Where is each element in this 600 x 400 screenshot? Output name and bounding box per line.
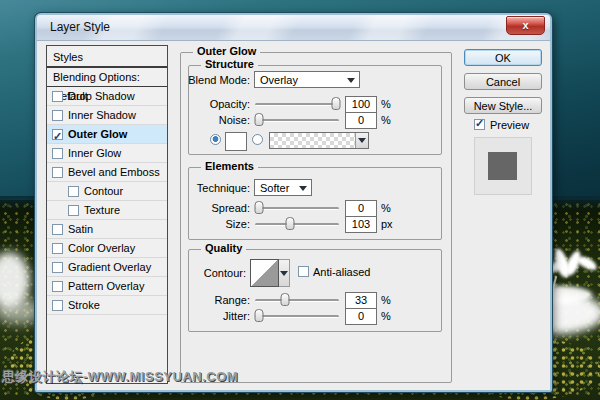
sidebar-item-pattern-overlay[interactable]: Pattern Overlay <box>47 277 167 296</box>
sidebar-item-inner-shadow[interactable]: Inner Shadow <box>47 106 167 125</box>
sidebar-item-bevel-and-emboss[interactable]: Bevel and Emboss <box>47 163 167 182</box>
style-item-label: Inner Shadow <box>68 106 136 124</box>
technique-dropdown[interactable]: Softer <box>254 179 312 196</box>
slider-track <box>255 223 339 226</box>
style-preview-thumbnail <box>474 137 532 195</box>
slider-track <box>255 119 339 122</box>
slider-track <box>255 207 339 210</box>
glow-gradient-radio[interactable] <box>252 134 263 145</box>
blend-mode-dropdown[interactable]: Overlay <box>254 71 360 88</box>
style-checkbox[interactable] <box>52 110 63 121</box>
sidebar-item-stroke[interactable]: Stroke <box>47 296 167 315</box>
opacity-slider[interactable] <box>255 97 339 110</box>
style-checkbox[interactable] <box>52 243 63 254</box>
slider-thumb[interactable] <box>255 113 264 126</box>
sidebar-item-drop-shadow[interactable]: Drop Shadow <box>47 87 167 106</box>
sidebar-item-color-overlay[interactable]: Color Overlay <box>47 239 167 258</box>
chevron-down-icon <box>347 78 355 87</box>
structure-title: Structure <box>201 58 258 70</box>
style-item-label: Contour <box>84 182 123 200</box>
slider-track <box>255 103 339 106</box>
sidebar-item-blending-options[interactable]: Blending Options: Default <box>47 68 167 87</box>
jitter-input[interactable]: 0 <box>345 308 377 325</box>
style-checkbox[interactable] <box>52 281 63 292</box>
spread-slider[interactable] <box>255 201 339 214</box>
spread-unit: % <box>381 202 391 214</box>
cancel-button[interactable]: Cancel <box>464 73 542 90</box>
range-unit: % <box>381 294 391 306</box>
noise-unit: % <box>381 114 391 126</box>
panel-title: Outer Glow <box>193 45 260 57</box>
style-preview-fill <box>488 152 517 180</box>
contour-picker[interactable] <box>250 259 279 287</box>
close-button[interactable]: x <box>506 16 545 35</box>
sidebar-item-inner-glow[interactable]: Inner Glow <box>47 144 167 163</box>
spread-input[interactable]: 0 <box>345 200 377 217</box>
sidebar-item-outer-glow[interactable]: Outer Glow <box>47 125 167 144</box>
style-checkbox[interactable] <box>68 186 79 197</box>
blend-mode-value: Overlay <box>260 74 298 86</box>
size-label: Size: <box>180 218 250 230</box>
preview-checkbox[interactable] <box>474 119 485 130</box>
sidebar-item-gradient-overlay[interactable]: Gradient Overlay <box>47 258 167 277</box>
range-slider[interactable] <box>255 293 339 306</box>
jitter-unit: % <box>381 310 391 322</box>
glow-gradient-picker[interactable] <box>269 132 369 149</box>
style-item-label: Color Overlay <box>68 239 135 257</box>
blend-mode-label: Blend Mode: <box>180 74 250 86</box>
sidebar-item-satin[interactable]: Satin <box>47 220 167 239</box>
chevron-down-icon <box>299 186 307 195</box>
style-item-label: Gradient Overlay <box>68 258 151 276</box>
layer-style-dialog: Layer Style x Styles Blending Options: D… <box>35 13 552 392</box>
new-style-button[interactable]: New Style... <box>464 97 542 114</box>
style-checkbox[interactable] <box>52 91 63 102</box>
range-label: Range: <box>180 294 250 306</box>
slider-track <box>255 299 339 302</box>
style-checkbox[interactable] <box>52 262 63 273</box>
opacity-input[interactable]: 100 <box>345 96 377 113</box>
size-input[interactable]: 103 <box>345 216 377 233</box>
technique-label: Technique: <box>180 182 250 194</box>
noise-input[interactable]: 0 <box>345 112 377 129</box>
style-checkbox[interactable] <box>52 148 63 159</box>
styles-list: Styles Blending Options: Default Drop Sh… <box>46 45 168 384</box>
style-checkbox[interactable] <box>68 205 79 216</box>
slider-track <box>255 315 339 318</box>
size-slider[interactable] <box>255 217 339 230</box>
opacity-unit: % <box>381 98 391 110</box>
jitter-label: Jitter: <box>180 310 250 322</box>
noise-slider[interactable] <box>255 113 339 126</box>
style-checkbox[interactable] <box>52 300 63 311</box>
slider-thumb[interactable] <box>331 97 340 110</box>
slider-thumb[interactable] <box>255 201 264 214</box>
preview-label: Preview <box>490 119 529 132</box>
range-input[interactable]: 33 <box>345 292 377 309</box>
style-item-label: Texture <box>84 201 120 219</box>
chevron-down-icon[interactable] <box>355 133 368 148</box>
style-item-label: Satin <box>68 220 93 238</box>
style-checkbox[interactable] <box>52 224 63 235</box>
sidebar-item-texture[interactable]: Texture <box>47 201 167 220</box>
jitter-slider[interactable] <box>255 309 339 322</box>
style-checkbox[interactable] <box>52 167 63 178</box>
desktop-background: Layer Style x Styles Blending Options: D… <box>0 0 600 400</box>
dialog-titlebar[interactable]: Layer Style x <box>37 15 550 41</box>
noise-label: Noise: <box>180 114 250 126</box>
glow-color-swatch[interactable] <box>225 132 247 151</box>
size-unit: px <box>381 218 393 230</box>
spread-label: Spread: <box>180 202 250 214</box>
style-item-label: Inner Glow <box>68 144 121 162</box>
close-icon: x <box>507 17 544 33</box>
slider-thumb[interactable] <box>281 293 290 306</box>
ok-button[interactable]: OK <box>464 49 542 66</box>
styles-list-header: Styles <box>47 46 167 68</box>
sidebar-item-contour[interactable]: Contour <box>47 182 167 201</box>
style-checkbox[interactable] <box>52 129 63 140</box>
technique-value: Softer <box>260 182 289 194</box>
elements-title: Elements <box>201 160 258 172</box>
slider-thumb[interactable] <box>286 217 295 230</box>
antialiased-checkbox[interactable] <box>298 266 309 277</box>
slider-thumb[interactable] <box>255 309 264 322</box>
chevron-down-icon[interactable] <box>279 259 290 287</box>
glow-color-radio[interactable] <box>210 134 221 145</box>
